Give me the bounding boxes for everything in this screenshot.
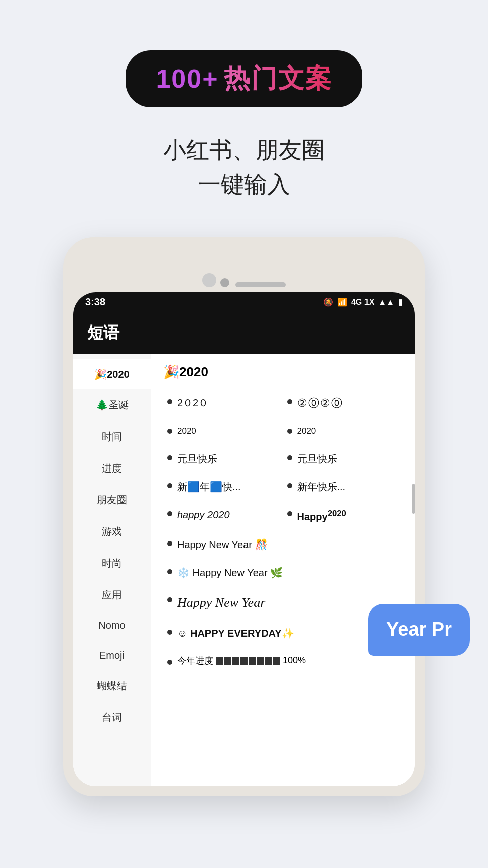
bullet-icon — [167, 483, 172, 488]
bullet-icon — [167, 541, 172, 546]
item-text-happy-new-year-decorative: Happy New Year — [177, 594, 265, 612]
sidebar-item-nomo[interactable]: Nomo — [73, 611, 151, 640]
list-item[interactable]: 新年快乐... — [283, 473, 403, 501]
item-text: ②⓪②⓪ — [297, 396, 343, 411]
sidebar-item-app[interactable]: 应用 — [73, 579, 151, 611]
list-item[interactable]: 2020 — [283, 418, 403, 445]
bullet-icon — [287, 455, 292, 460]
sidebar-item-game[interactable]: 游戏 — [73, 516, 151, 548]
sidebar-item-progress[interactable]: 进度 — [73, 453, 151, 484]
hero-subtitle: 小红书、朋友圈 一键输入 — [163, 133, 325, 202]
app-title: 短语 — [87, 323, 119, 342]
list-item[interactable]: Happy New Year 🎊 — [163, 530, 403, 559]
list-item[interactable]: 元旦快乐 — [283, 445, 403, 473]
battery-icon: ▮ — [398, 297, 403, 307]
content-area: 🎉2020 2０2０ ②⓪②⓪ — [151, 354, 415, 786]
item-text: 元旦快乐 — [297, 452, 337, 466]
bullet-icon — [287, 483, 292, 488]
sidebar-item-moments[interactable]: 朋友圈 — [73, 484, 151, 516]
signal-bars: ▲▲ — [378, 298, 394, 307]
list-item[interactable]: ②⓪②⓪ — [283, 389, 403, 418]
bullet-icon — [287, 429, 292, 434]
progress-blocks — [216, 657, 280, 665]
bullet-icon — [167, 511, 172, 516]
item-text: 2020 — [297, 425, 316, 438]
hero-badge: 100+ 热门文案 — [126, 50, 362, 107]
items-grid: 2０2０ ②⓪②⓪ 2020 — [163, 389, 403, 674]
sidebar-item-bow[interactable]: 蝴蝶结 — [73, 670, 151, 702]
sidebar: 🎉2020 🌲圣诞 时间 进度 朋友圈 游戏 时尚 应用 Nomo Emoji … — [73, 354, 151, 786]
bullet-icon — [167, 597, 172, 602]
blue-bubble: Year Pr — [368, 604, 470, 656]
sidebar-item-lines[interactable]: 台词 — [73, 702, 151, 733]
sidebar-item-time[interactable]: 时间 — [73, 421, 151, 453]
list-item[interactable]: 2０2０ — [163, 389, 283, 418]
sidebar-item-2020[interactable]: 🎉2020 — [73, 359, 151, 389]
item-text: 2０2０ — [177, 396, 208, 410]
app-body: 🎉2020 🌲圣诞 时间 进度 朋友圈 游戏 时尚 应用 Nomo Emoji … — [73, 354, 415, 786]
phone-outer-shell: 3:38 🔕 📶 4G 1X ▲▲ ▮ 短语 🎉2020 🌲圣 — [63, 237, 425, 796]
list-item[interactable]: Happy New Year — [163, 587, 403, 619]
bullet-icon — [167, 630, 172, 635]
item-text: 新🟦年🟦快... — [177, 480, 241, 494]
time-display: 3:38 — [85, 296, 105, 308]
status-bar: 3:38 🔕 📶 4G 1X ▲▲ ▮ — [73, 292, 415, 312]
sidebar-item-christmas[interactable]: 🌲圣诞 — [73, 389, 151, 421]
list-item[interactable]: Happy2020 — [283, 501, 403, 531]
item-text-happy-new-year-1: Happy New Year 🎊 — [177, 537, 268, 552]
item-text: happy 2020 — [177, 508, 230, 522]
item-text: 元旦快乐 — [177, 452, 217, 466]
camera-icon — [202, 273, 216, 287]
list-item[interactable]: 2020 — [163, 418, 283, 445]
sidebar-item-fashion[interactable]: 时尚 — [73, 548, 151, 579]
badge-text-chinese: 热门文案 — [224, 61, 332, 96]
progress-label: 今年进度 — [177, 655, 213, 667]
section-title: 🎉2020 — [163, 364, 403, 380]
status-icons: 🔕 📶 4G 1X ▲▲ ▮ — [323, 297, 403, 307]
list-item[interactable]: 元旦快乐 — [163, 445, 283, 473]
list-item[interactable]: 新🟦年🟦快... — [163, 473, 283, 501]
bullet-icon — [287, 399, 292, 404]
item-text-happy-new-year-2: ❄️ Happy New Year 🌿 — [177, 566, 283, 580]
mute-icon: 🔕 — [323, 297, 333, 307]
bullet-icon — [167, 399, 172, 404]
bullet-icon — [167, 569, 172, 574]
phone-mockup: 3:38 🔕 📶 4G 1X ▲▲ ▮ 短语 🎉2020 🌲圣 — [63, 237, 425, 796]
scrollbar[interactable] — [412, 484, 415, 514]
progress-percent: 100% — [283, 655, 306, 666]
bullet-icon — [287, 511, 292, 516]
list-item[interactable]: happy 2020 — [163, 501, 283, 531]
hero-section: 100+ 热门文案 小红书、朋友圈 一键输入 3:38 🔕 📶 4G 1X ▲▲ — [0, 0, 488, 796]
signal-text: 4G 1X — [351, 298, 374, 307]
progress-row[interactable]: 今年进度 — [163, 647, 403, 674]
item-text: 2020 — [177, 425, 196, 438]
list-item[interactable]: ❄️ Happy New Year 🌿 — [163, 559, 403, 587]
speaker-bar — [235, 282, 286, 287]
badge-text-number: 100+ — [156, 64, 218, 94]
phone-notch — [73, 247, 415, 292]
phone-screen: 3:38 🔕 📶 4G 1X ▲▲ ▮ 短语 🎉2020 🌲圣 — [73, 292, 415, 786]
sensor-icon — [220, 278, 229, 287]
item-text: 新年快乐... — [297, 480, 346, 494]
app-header: 短语 — [73, 312, 415, 354]
item-text: Happy2020 — [297, 508, 346, 524]
list-item[interactable]: ☺ HAPPY EVERYDAY✨ — [163, 619, 403, 647]
bullet-icon — [167, 455, 172, 460]
wifi-icon: 📶 — [337, 297, 347, 307]
bullet-icon — [167, 429, 172, 434]
bullet-icon — [167, 660, 172, 665]
sidebar-item-emoji[interactable]: Emoji — [73, 640, 151, 670]
item-text-happy-everyday: ☺ HAPPY EVERYDAY✨ — [177, 626, 294, 640]
